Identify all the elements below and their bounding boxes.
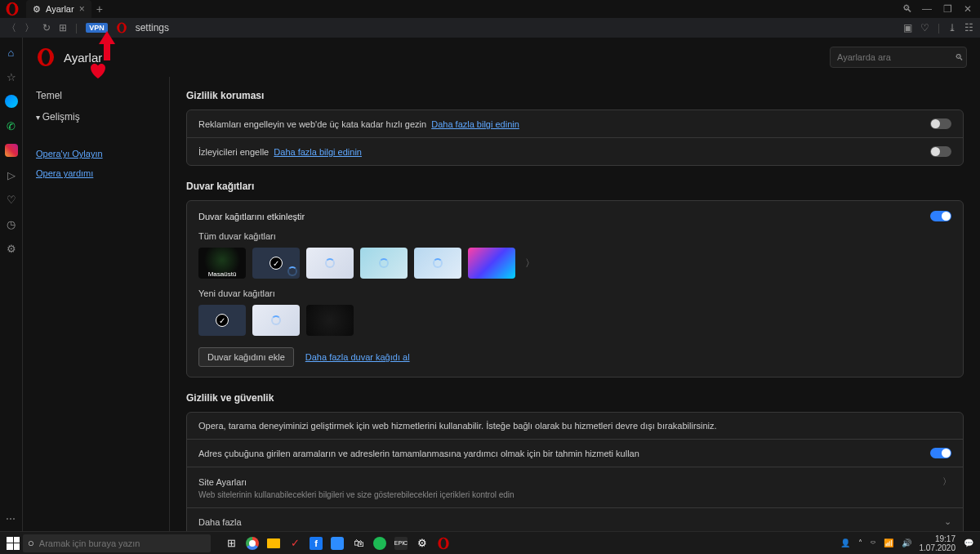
steam-icon[interactable]: ⚙	[413, 534, 431, 552]
chrome-icon[interactable]	[246, 537, 259, 550]
wallpaper-neon[interactable]	[468, 248, 515, 279]
tab-title: Ayarlar	[46, 4, 74, 14]
reload-icon[interactable]: ↻	[42, 22, 51, 34]
bluetooth-icon[interactable]: ⌔	[871, 538, 875, 547]
more-row[interactable]: Daha fazla ⌄	[187, 507, 963, 531]
get-more-wallpapers-link[interactable]: Daha fazla duvar kağıdı al	[305, 352, 410, 362]
wallpaper-toggle[interactable]	[930, 211, 951, 221]
site-settings-sub: Web sitelerinin kullanabilecekleri bilgi…	[198, 490, 514, 499]
taskbar-search-input[interactable]	[39, 538, 206, 548]
svg-point-6	[42, 50, 50, 65]
wallpapers-block: Duvar kağıtlarını etkinleştir Tüm duvar …	[186, 200, 964, 378]
flow-icon[interactable]: ▷	[5, 168, 18, 181]
forward-icon[interactable]: 〉	[24, 21, 34, 35]
facebook-icon[interactable]: f	[310, 537, 323, 550]
heart-sidebar-icon[interactable]: ♡	[5, 193, 18, 206]
close-tab-icon[interactable]: ×	[79, 3, 85, 15]
task-view-icon[interactable]: ⊞	[222, 534, 240, 552]
clock[interactable]: 19:17 1.07.2020	[920, 534, 956, 552]
maximize-icon[interactable]: ❐	[943, 3, 952, 15]
new-tab-button[interactable]: +	[96, 2, 103, 16]
sidebar-link-help[interactable]: Opera yardımı	[36, 163, 156, 183]
privacy-security-heading: Gizlilik ve güvenlik	[186, 392, 964, 404]
svg-point-3	[119, 24, 124, 33]
prediction-label: Adres çubuğuna girilen aramaların ve adr…	[198, 449, 925, 458]
explorer-icon[interactable]	[267, 538, 280, 548]
security-info-text: Opera, tarama deneyiminizi geliştirmek i…	[198, 421, 951, 431]
speed-dial-icon[interactable]: ⊞	[59, 22, 67, 34]
wallpaper-new-1[interactable]: ✓	[198, 305, 246, 336]
opera-taskbar-icon[interactable]	[434, 534, 452, 552]
home-icon[interactable]: ⌂	[5, 46, 18, 59]
vivaldi-icon[interactable]: ✓	[286, 534, 304, 552]
wallpaper-new-3[interactable]	[306, 305, 354, 336]
more-icon[interactable]: ⋯	[6, 513, 16, 525]
security-info-row: Opera, tarama deneyiminizi geliştirmek i…	[187, 413, 963, 439]
heart-icon[interactable]: ♡	[920, 22, 929, 34]
volume-icon[interactable]: 🔊	[902, 538, 911, 547]
spotify-icon[interactable]	[373, 537, 386, 550]
sidebar-item-advanced[interactable]: Gelişmiş	[36, 106, 156, 127]
sidebar-item-basic[interactable]: Temel	[36, 85, 156, 106]
messenger-icon[interactable]	[5, 95, 18, 108]
start-menu-icon[interactable]	[7, 537, 20, 550]
chevron-right-icon: 〉	[942, 476, 951, 488]
wifi-icon[interactable]: 📶	[884, 538, 893, 547]
all-wallpapers-label: Tüm duvar kağıtları	[198, 231, 951, 241]
trackers-row: İzleyicileri engelle Daha fazla bilgi ed…	[187, 137, 963, 165]
sidebar-link-rate[interactable]: Opera'yı Oylayın	[36, 144, 156, 163]
site-settings-row[interactable]: Site Ayarları〉 Web sitelerinin kullanabi…	[187, 467, 963, 507]
wallpaper-enable-label: Duvar kağıtlarını etkinleştir	[198, 212, 930, 221]
browser-tab[interactable]: ⚙ Ayarlar ×	[26, 0, 91, 18]
instagram-icon[interactable]	[5, 144, 18, 157]
windows-taskbar: ○ ⊞ ✓ f 🛍 EPIC ⚙ 👤 ˄ ⌔ 📶 🔊 19:17 1.07.20…	[0, 531, 980, 554]
cortana-icon: ○	[28, 537, 34, 549]
taskbar-search[interactable]: ○	[23, 534, 211, 552]
trackers-toggle[interactable]	[930, 146, 951, 157]
wallpaper-light2[interactable]	[360, 248, 408, 279]
download-icon[interactable]: ⤓	[948, 22, 956, 34]
favorites-icon[interactable]: ☆	[5, 70, 18, 83]
more-label: Daha fazla	[198, 517, 939, 527]
minimize-icon[interactable]: ―	[922, 3, 932, 15]
address-bar: 〈 〉 ↻ ⊞ | VPN settings ▣ ♡ | ⤓ ☷	[0, 18, 980, 38]
chevron-down-icon: ⌄	[944, 516, 951, 527]
gear-icon: ⚙	[33, 4, 41, 15]
wallpaper-new-2[interactable]	[252, 305, 300, 336]
settings-gear-icon[interactable]: ⚙	[5, 242, 18, 255]
wallpaper-desktop[interactable]: Masaüstü	[198, 248, 246, 279]
tray-expand-icon[interactable]: ˄	[858, 538, 862, 547]
epic-icon[interactable]: EPIC	[394, 537, 408, 550]
adblock-label: Reklamları engelleyin ve web'de üç kata …	[198, 119, 426, 129]
titlebar: ⚙ Ayarlar × + 🔍︎ ― ❐ ✕	[0, 0, 980, 18]
whatsapp-icon[interactable]: ✆	[5, 119, 18, 132]
privacy-protection-heading: Gizlilik koruması	[186, 90, 964, 101]
adblock-learn-more-link[interactable]: Daha fazla bilgi edinin	[431, 119, 519, 129]
settings-content: Gizlilik koruması Reklamları engelleyin …	[170, 77, 980, 531]
notifications-icon[interactable]: 💬	[964, 538, 973, 547]
history-icon[interactable]: ◷	[5, 217, 18, 230]
trackers-learn-more-link[interactable]: Daha fazla bilgi edinin	[274, 147, 362, 157]
browser-sidebar: ⌂ ☆ ✆ ▷ ♡ ◷ ⚙ ⋯	[0, 38, 23, 531]
wallpaper-next-icon[interactable]: 〉	[522, 257, 538, 270]
zoom-icon[interactable]	[331, 537, 344, 550]
address-text[interactable]: settings	[136, 22, 895, 34]
prediction-toggle[interactable]	[930, 448, 951, 458]
add-wallpaper-button[interactable]: Duvar kağıdını ekle	[198, 347, 294, 367]
close-window-icon[interactable]: ✕	[964, 3, 972, 15]
easy-setup-icon[interactable]: ☷	[964, 22, 973, 34]
wallpaper-sky[interactable]	[414, 248, 461, 279]
adblock-toggle[interactable]	[930, 118, 951, 129]
back-icon[interactable]: 〈	[7, 21, 16, 35]
settings-search[interactable]: 🔍︎	[830, 47, 967, 68]
snapshot-icon[interactable]: ▣	[903, 22, 912, 34]
people-icon[interactable]: 👤	[840, 538, 850, 547]
titlebar-search-icon[interactable]: 🔍︎	[902, 3, 912, 15]
page-header: Ayarlar 🔍︎	[23, 38, 980, 77]
svg-point-1	[9, 3, 16, 15]
store-icon[interactable]: 🛍	[350, 534, 368, 552]
opera-logo-icon[interactable]	[5, 2, 20, 16]
wallpaper-light1[interactable]	[306, 248, 354, 279]
search-input[interactable]	[837, 52, 950, 62]
wallpaper-dark[interactable]: ✓	[252, 248, 300, 279]
